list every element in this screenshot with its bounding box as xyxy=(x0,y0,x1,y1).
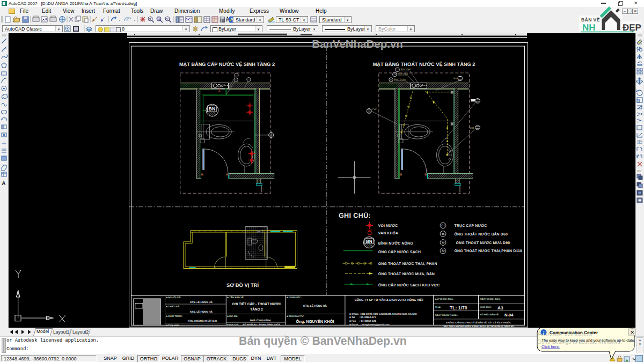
svg-text:BN: BN xyxy=(366,239,372,244)
svg-text:BẢN VẼ: BẢN VẼ xyxy=(581,17,600,23)
svg-text:CHI TIẾT CẤP - THOÁT NƯỚC: CHI TIẾT CẤP - THOÁT NƯỚC xyxy=(232,302,281,306)
svg-text:■ THIẾT KẾ:: ■ THIẾT KẾ: xyxy=(166,305,180,308)
svg-text:■ PHỤ LỤC:: ■ PHỤ LỤC: xyxy=(166,324,180,327)
svg-text:ỐNG THOÁT NƯỚC MƯA, BẨN: ỐNG THOÁT NƯỚC MƯA, BẨN xyxy=(378,271,435,276)
svg-text:■ NGƯỜI VẺ:: ■ NGƯỜI VẺ: xyxy=(166,296,181,299)
svg-text:VS: VS xyxy=(235,79,237,81)
svg-text:A3: A3 xyxy=(497,306,503,311)
svg-text:KTS. LÊ HÙNG HÀ: KTS. LÊ HÙNG HÀ xyxy=(190,310,213,314)
svg-text:ỐNG THOÁT NƯỚC THẢI,PHÂN D110: ỐNG THOÁT NƯỚC THẢI,PHÂN D110 xyxy=(455,248,522,253)
svg-text:T2: T2 xyxy=(393,73,396,76)
svg-text:Ông. NGUYỄN KHÔI: Ông. NGUYỄN KHÔI xyxy=(296,319,334,324)
svg-text:PVC: PVC xyxy=(453,77,459,80)
svg-text:■ CHỦ ĐẦU TƯ:: ■ CHỦ ĐẦU TƯ: xyxy=(287,315,305,317)
svg-text:GHI CHÚ:: GHI CHÚ: xyxy=(339,211,371,219)
svg-text:ỐNG CẤP NƯỚC SẠCH KHU VỰC: ỐNG CẤP NƯỚC SẠCH KHU VỰC xyxy=(378,283,440,287)
svg-text:BN: BN xyxy=(209,106,215,112)
svg-text:SỐ HIỆU BẢN VẼ:: SỐ HIỆU BẢN VẼ: xyxy=(480,313,500,316)
svg-text:BanVeNhaDep.vn: BanVeNhaDep.vn xyxy=(312,38,403,50)
svg-text:ỐNG THOÁT NƯỚC THẢI, PHÂN: ỐNG THOÁT NƯỚC THẢI, PHÂN xyxy=(378,261,437,266)
svg-text:C1: C1 xyxy=(236,75,238,77)
svg-text:ỐNG THOÁT NƯỚC BẨN D60: ỐNG THOÁT NƯỚC BẨN D60 xyxy=(455,232,508,237)
svg-text:T3: T3 xyxy=(390,79,392,81)
svg-text:✕: ✕ xyxy=(631,330,635,335)
svg-text:KHÔNG CHỈ ĐƯA THEO TỈ LỆ BẢN V: KHÔNG CHỈ ĐƯA THEO TỈ LỆ BẢN VẼ, TẤT CẢ … xyxy=(446,321,511,324)
svg-text:T1: T1 xyxy=(442,233,445,236)
svg-text:KHỔ GIẤY:: KHỔ GIẤY: xyxy=(480,306,492,308)
svg-text:BÌNH NƯỚC NÓNG: BÌNH NƯỚC NÓNG xyxy=(378,241,413,246)
svg-text:■ Fax : 84-43864-621: ■ Fax : 84-43864-621 xyxy=(349,320,376,322)
svg-text:SỐ NGÕ 43 - PHAN ĐÌNH GIÓT: SỐ NGÕ 43 - PHAN ĐÌNH GIÓT xyxy=(243,323,280,327)
svg-text:PVC: PVC xyxy=(372,108,377,110)
svg-text:NH: NH xyxy=(582,23,596,33)
svg-text:NGÀY HOÀN THÀNH:: NGÀY HOÀN THÀNH: xyxy=(435,314,458,316)
svg-text:A: A xyxy=(2,181,5,187)
svg-text:TỈ LỆ:: TỈ LỆ: xyxy=(435,306,442,308)
svg-text:N-04: N-04 xyxy=(504,313,514,317)
svg-text:C1: C1 xyxy=(441,224,444,227)
svg-text:PVC D60: PVC D60 xyxy=(401,68,412,71)
svg-text:KTS. LÊ HÙNG HÀ: KTS. LÊ HÙNG HÀ xyxy=(303,304,327,308)
svg-text:T3: T3 xyxy=(442,249,445,253)
svg-text:■ KHAI TRIỂN:: ■ KHAI TRIỂN: xyxy=(166,315,183,317)
svg-text:SƠ ĐỒ VỊ TRÍ: SƠ ĐỒ VỊ TRÍ xyxy=(226,282,259,288)
svg-text:VAN KHÓA: VAN KHÓA xyxy=(378,231,398,235)
svg-text:ĐẸP: ĐẸP xyxy=(623,23,641,33)
svg-text:MẶT BẰNG CẤP NƯỚC VỆ SINH TẦN: MẶT BẰNG CẤP NƯỚC VỆ SINH TẦNG 2 xyxy=(179,61,275,67)
svg-text:NẾU THẤY KHÔNG HỢP LÝ PHẢI BÁO: NẾU THẤY KHÔNG HỢP LÝ PHẢI BÁO LẠI CHO Đ… xyxy=(443,325,514,328)
svg-text:■ Tel : 84-43864-671: ■ Tel : 84-43864-671 xyxy=(349,316,376,319)
svg-text:TL: 1/70: TL: 1/70 xyxy=(450,305,467,311)
svg-text:VS: VS xyxy=(247,79,250,81)
svg-text:PVC D90: PVC D90 xyxy=(398,73,408,76)
svg-text:■ TÊN BẢN VẼ:: ■ TÊN BẢN VẼ: xyxy=(227,296,244,299)
svg-text:NGÀY CHỈNH SỨA:: NGÀY CHỈNH SỨA: xyxy=(480,298,501,300)
svg-text:■ GIÁM ĐỐC:: ■ GIÁM ĐỐC: xyxy=(287,296,302,299)
svg-text:PVC D110: PVC D110 xyxy=(394,78,406,81)
svg-text:T1: T1 xyxy=(397,69,399,71)
svg-text:TRỤC CẤP NƯỚC: TRỤC CẤP NƯỚC xyxy=(455,223,487,228)
svg-text:VÒI NƯỚC: VÒI NƯỚC xyxy=(378,223,398,228)
svg-text:NHÀ Ở GIA ĐÌNH: NHÀ Ở GIA ĐÌNH xyxy=(250,319,271,322)
svg-text:■ DỰ ÁN:: ■ DỰ ÁN: xyxy=(227,315,238,317)
svg-text:KTS. HOÀNG NHẬT ĐẠI: KTS. HOÀNG NHẬT ĐẠI xyxy=(188,319,217,323)
svg-text:D60: D60 xyxy=(470,127,474,129)
svg-text:T2: T2 xyxy=(442,241,445,245)
svg-text:MẶT BẰNG THOÁT NƯỚC VỆ SINH TẦ: MẶT BẰNG THOÁT NƯỚC VỆ SINH TẦNG 2 xyxy=(373,61,475,67)
svg-text:ỐNG THOÁT NƯỚC MƯA D90: ỐNG THOÁT NƯỚC MƯA D90 xyxy=(456,240,510,245)
svg-text:ỐNG CẤP NƯỚC SẠCH: ỐNG CẤP NƯỚC SẠCH xyxy=(378,249,421,254)
svg-text:WC: WC xyxy=(258,231,261,233)
svg-text:■ Office: 4 B2 CÔT1 KĐT LINH Đ: ■ Office: 4 B2 CÔT1 KĐT LINH ĐÀM, HOÀNG … xyxy=(349,312,417,315)
svg-text:CÔNG TY CP TƯ VẤN & DỊCH VỤ KT: CÔNG TY CP TƯ VẤN & DỊCH VỤ KT HÙNG VIỆT xyxy=(355,298,424,302)
svg-text:KTS. LÊ HÙNG HÀ: KTS. LÊ HÙNG HÀ xyxy=(190,300,213,304)
svg-text:LẬP CHỈNH SỨA:: LẬP CHỈNH SỨA: xyxy=(435,298,454,300)
svg-text:■ ĐỊA CHỈ:: ■ ĐỊA CHỈ: xyxy=(227,323,239,326)
svg-text:■ Email : Hunghadtlr@gmail.c: ■ Email : Hunghadtlr@gmail.com xyxy=(349,323,390,326)
svg-text:TẦNG 2: TẦNG 2 xyxy=(250,307,263,312)
